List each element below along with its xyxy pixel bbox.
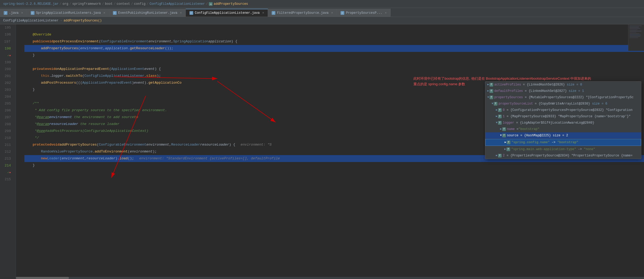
breadcrumb-pkg1: org <box>63 2 68 6</box>
tab-java-close[interactable]: × <box>21 11 23 15</box>
comment-208-env: environment the environment to add sourc… <box>49 114 134 121</box>
ln-209: 209 <box>0 128 13 135</box>
val-idx1: = {MapPropertySource@2833} "MapPropertyS… <box>505 114 630 119</box>
val-name: = <box>515 127 518 132</box>
dot2-202: . <box>64 73 66 79</box>
brace-199: } <box>33 52 35 59</box>
expand-logger[interactable]: ▼ <box>496 120 497 125</box>
code-line-200 <box>24 59 644 66</box>
kw-void-197: void <box>45 38 53 45</box>
popup-row-idx1[interactable]: ▶ f 1 = {MapPropertySource@2833} "MapPro… <box>485 113 641 120</box>
tab-SpringApplicationRunListeners[interactable]: C SpringApplicationRunListeners.java × <box>27 9 109 17</box>
tab-java-label: .java <box>9 11 19 15</box>
tab-FilteredPropertySource-close[interactable]: × <box>331 11 333 15</box>
expand-spring-main-web[interactable]: ▶ <box>504 147 506 152</box>
expand-propertySourceList[interactable]: ▼ <box>492 101 493 106</box>
popup-row-activeProfiles[interactable]: ▶ f activeProfiles = {LinkedHashSet@2826… <box>485 82 641 88</box>
close-213: ); <box>153 148 157 155</box>
popup-row-idx2[interactable]: ▶ f 2 = {PropertiesPropertySource@2834} … <box>485 152 641 159</box>
breadcrumb-pkg3: boot <box>105 2 113 6</box>
tab-EventPublishingRunListener[interactable]: C EventPublishingRunListener.java × <box>109 9 186 17</box>
comment-208-param: @param <box>37 114 49 121</box>
popup-row-defaultProfiles[interactable]: ▶ f defaultProfiles = {LinkedHashSet@282… <box>485 88 641 94</box>
expand-name[interactable]: ▶ <box>500 127 502 132</box>
code-line-196: @Override <box>24 31 644 38</box>
val-propertySources: = {MutablePropertySources@2222} "[Config… <box>523 95 634 100</box>
var-application-198: application <box>105 45 128 52</box>
var-logger-202: logger <box>51 73 64 79</box>
tab-ConfigFileApplicationListener-close[interactable]: × <box>262 11 264 15</box>
java-tab-icon: J <box>4 11 7 15</box>
breadcrumb-pkg5: config <box>134 2 145 6</box>
field-icon-spring-config-name: f <box>507 141 510 144</box>
popup-row-logger[interactable]: ▼ f logger = {LogAdapter$Slf4jLocationAw… <box>485 120 641 126</box>
val-logger: = {LogAdapter$Slf4jLocationAwareLog@2840… <box>514 120 594 125</box>
line-numbers: 195 196 197 198 ✓● 199 200 201 202 203 2… <box>0 24 16 279</box>
tab-SpringApplicationRunListeners-close[interactable]: × <box>103 11 105 15</box>
EventPublishingRunListener-icon: C <box>113 11 117 15</box>
comment-209-param: @param <box>37 121 49 128</box>
minimap <box>628 24 644 51</box>
expand-activeProfiles[interactable]: ▶ <box>487 82 489 87</box>
popup-row-source[interactable]: ▼ f source = {HashMap@2225} size = 2 <box>485 132 641 139</box>
tab-ConfigFileApplicationListener[interactable]: C ConfigFileApplicationListener.java × <box>186 9 268 17</box>
key-spring-main-web: "spring.main.web-application-type" <box>511 147 576 152</box>
var-environment-198: environment <box>80 45 103 52</box>
tab-EventPublishingRunListener-close[interactable]: × <box>180 11 182 15</box>
size-defaultProfiles: size = 1 <box>569 88 584 94</box>
key-defaultProfiles: defaultProfiles <box>494 88 523 94</box>
anno-override: @Override <box>33 31 51 38</box>
kw-class-202: class <box>146 73 157 79</box>
key-logger: logger <box>503 120 514 125</box>
expand-propertySources[interactable]: ▼ <box>487 95 489 100</box>
popup-row-spring-main-web[interactable]: ▶ f "spring.main.web-application-type" -… <box>485 146 641 152</box>
scroll-thumb[interactable] <box>16 277 69 279</box>
ln-201: 201 <box>0 73 13 80</box>
key-spring-config-name: "spring.config.name" <box>511 140 550 145</box>
comment-210-method: #addPostProcessors(ConfigurableApplicati… <box>45 128 148 134</box>
val-propertySourceList: = {CopyOnWriteArrayList@2830} <box>533 101 592 106</box>
end-214: (); <box>128 155 134 162</box>
field-icon-defaultProfiles: f <box>489 89 493 93</box>
val-spring-main-web: "none" <box>584 147 595 152</box>
method-load: load <box>120 155 128 162</box>
file-path-bar: ConfigFileApplicationListener → addPrope… <box>0 17 644 24</box>
tab-FilteredPropertySource[interactable]: C FilteredPropertySource.java × <box>268 9 337 17</box>
expand-source[interactable]: ▼ <box>500 133 502 138</box>
field-icon-propertySourceList: f <box>494 102 497 106</box>
var-environment-212: environment <box>146 141 169 148</box>
key-name: name <box>507 127 515 132</box>
ln-198: 198 ✓● <box>0 45 13 59</box>
code-line-201: private void onApplicationPreparedEvent … <box>24 66 644 73</box>
popup-row-propertySources[interactable]: ▼ f propertySources = {MutablePropertySo… <box>485 94 641 101</box>
close-197: ) { <box>231 38 237 45</box>
popup-row-name[interactable]: ▶ f name = "bootstrap" <box>485 126 641 132</box>
popup-row-propertySourceList[interactable]: ▼ f propertySourceList = {CopyOnWriteArr… <box>485 101 641 107</box>
cls-ConfigurableEnvironment: ConfigurableEnvironment <box>101 38 148 45</box>
breadcrumb-pkg2: springframework <box>72 2 101 6</box>
tab-PropertySourcesP[interactable]: C PropertySourcesP... × <box>337 9 390 17</box>
var-resourceLoader-212: resourceLoader <box>200 141 229 148</box>
method-addPostProcessors: addPostProcessors <box>41 79 76 86</box>
ln-213: 213 <box>0 155 13 162</box>
popup-row-idx0[interactable]: ▶ f 0 = {ConfigurationPropertySourcesPro… <box>485 107 641 113</box>
expand-idx0[interactable]: ▶ <box>496 107 497 113</box>
paren-197: ( <box>99 38 101 45</box>
horizontal-scrollbar[interactable] <box>16 277 644 279</box>
expand-idx1[interactable]: ▶ <box>496 114 497 119</box>
breadcrumb-method: m addPropertySources <box>209 2 248 6</box>
ln-210: 210 <box>0 135 13 142</box>
val-idx2: = {PropertiesPropertySource@2834} "Prope… <box>505 153 632 158</box>
popup-row-spring-config-name[interactable]: ▶ f "spring.config.name" -> "bootstrap" <box>485 139 641 146</box>
tab-EventPublishingRunListener-label: EventPublishingRunListener.java <box>118 11 177 15</box>
comment-208-star: * <box>33 114 37 121</box>
key-idx0: 0 <box>503 107 505 113</box>
brace-204: } <box>33 86 35 93</box>
ln-202: 202 <box>0 80 13 87</box>
expand-spring-config-name[interactable]: ▶ <box>505 140 506 145</box>
tab-PropertySourcesP-close[interactable]: × <box>385 11 387 15</box>
expand-defaultProfiles[interactable]: ▶ <box>487 88 489 94</box>
tab-java[interactable]: J .java × <box>0 9 27 17</box>
method-addPropertySources-198: addPropertySources <box>41 45 78 52</box>
expand-idx2[interactable]: ▶ <box>496 153 497 158</box>
